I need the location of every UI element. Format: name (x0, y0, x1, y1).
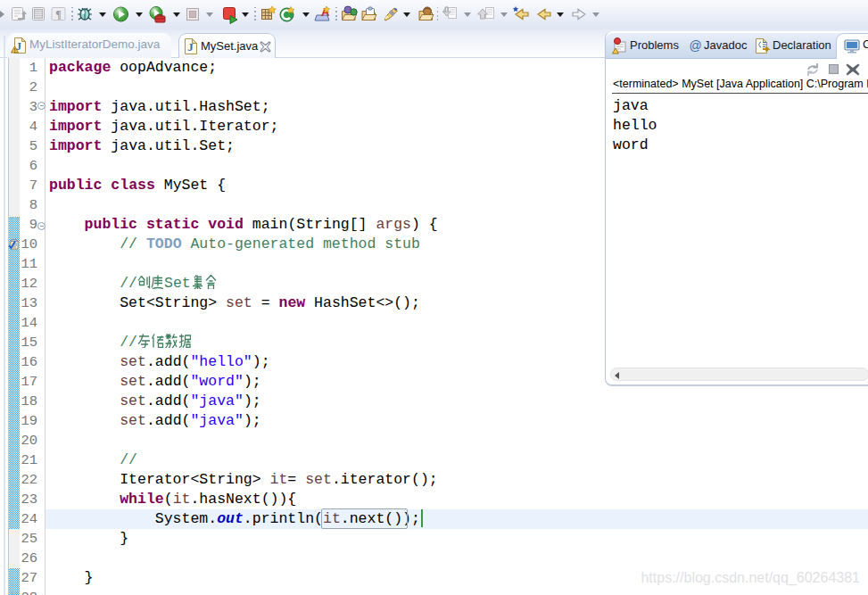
svg-text:J: J (187, 40, 194, 54)
svg-text:@: @ (689, 38, 701, 53)
svg-text:¶: ¶ (55, 8, 61, 21)
svg-text:!: ! (13, 47, 15, 54)
